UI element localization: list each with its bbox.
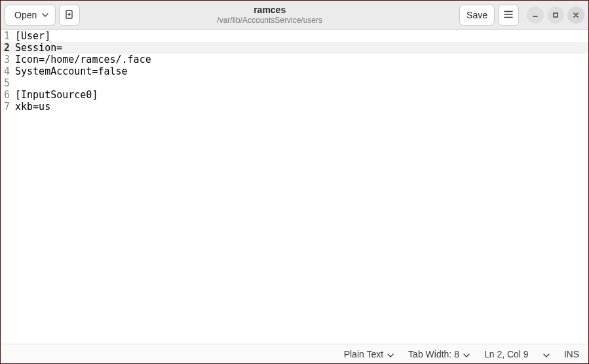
maximize-button[interactable] xyxy=(547,7,564,24)
editor-line[interactable]: 1[User] xyxy=(1,30,588,42)
editor-line[interactable]: 7xkb=us xyxy=(1,101,588,113)
editor-line[interactable]: 6[InputSource0] xyxy=(1,89,588,101)
window-title: ramces xyxy=(254,5,286,16)
minimize-icon xyxy=(532,10,539,20)
line-content: Icon=/home/ramces/.face xyxy=(12,54,588,65)
chevron-down-icon xyxy=(42,13,48,17)
svg-rect-1 xyxy=(554,13,558,17)
open-button-label: Open xyxy=(14,10,37,20)
close-icon xyxy=(573,10,579,20)
editor-line[interactable]: 3Icon=/home/ramces/.face xyxy=(1,54,588,65)
chevron-down-icon xyxy=(543,349,550,359)
status-bar: Plain Text Tab Width: 8 Ln 2, Col 9 INS xyxy=(1,344,588,363)
language-label: Plain Text xyxy=(344,349,383,359)
tab-width-label: Tab Width: 8 xyxy=(408,349,459,359)
line-number: 5 xyxy=(1,77,12,89)
minimize-button[interactable] xyxy=(527,7,544,24)
line-content: [InputSource0] xyxy=(12,89,588,101)
line-number: 7 xyxy=(1,101,12,113)
window-subtitle: /var/lib/AccountsService/users xyxy=(217,16,322,26)
new-tab-button[interactable] xyxy=(59,5,80,26)
goto-line-menu[interactable] xyxy=(543,349,550,359)
line-content xyxy=(12,77,588,89)
chevron-down-icon xyxy=(463,349,470,359)
save-button-label: Save xyxy=(466,10,487,20)
close-button[interactable] xyxy=(567,7,584,24)
insert-mode-label: INS xyxy=(564,349,579,359)
editor-area[interactable]: 1[User]2Session=3Icon=/home/ramces/.face… xyxy=(1,30,588,344)
header-title-area: ramces /var/lib/AccountsService/users xyxy=(83,5,456,26)
line-content: xkb=us xyxy=(12,101,588,113)
line-content: [User] xyxy=(12,30,588,42)
cursor-position[interactable]: Ln 2, Col 9 xyxy=(484,349,529,359)
line-number: 3 xyxy=(1,54,12,65)
line-content: SystemAccount=false xyxy=(12,65,588,77)
chevron-down-icon xyxy=(387,349,394,359)
open-button[interactable]: Open xyxy=(5,5,56,26)
editor-line[interactable]: 2Session= xyxy=(1,42,588,54)
cursor-position-label: Ln 2, Col 9 xyxy=(484,349,529,359)
language-selector[interactable]: Plain Text xyxy=(344,349,394,359)
header-bar: Open ramces /var/lib/AccountsService/use… xyxy=(1,1,588,30)
save-button[interactable]: Save xyxy=(459,5,495,26)
editor-line[interactable]: 4SystemAccount=false xyxy=(1,65,588,77)
tab-width-selector[interactable]: Tab Width: 8 xyxy=(408,349,470,359)
header-left: Open xyxy=(5,5,80,26)
maximize-icon xyxy=(552,10,559,20)
insert-mode[interactable]: INS xyxy=(564,349,579,359)
line-number: 1 xyxy=(1,30,12,42)
line-number: 2 xyxy=(1,42,12,54)
editor-line[interactable]: 5 xyxy=(1,77,588,89)
line-number: 6 xyxy=(1,89,12,101)
line-content: Session= xyxy=(12,42,588,54)
header-right: Save xyxy=(459,5,584,26)
line-number: 4 xyxy=(1,65,12,77)
hamburger-menu-button[interactable] xyxy=(498,5,519,26)
new-document-icon xyxy=(64,9,75,22)
hamburger-icon xyxy=(504,10,513,20)
